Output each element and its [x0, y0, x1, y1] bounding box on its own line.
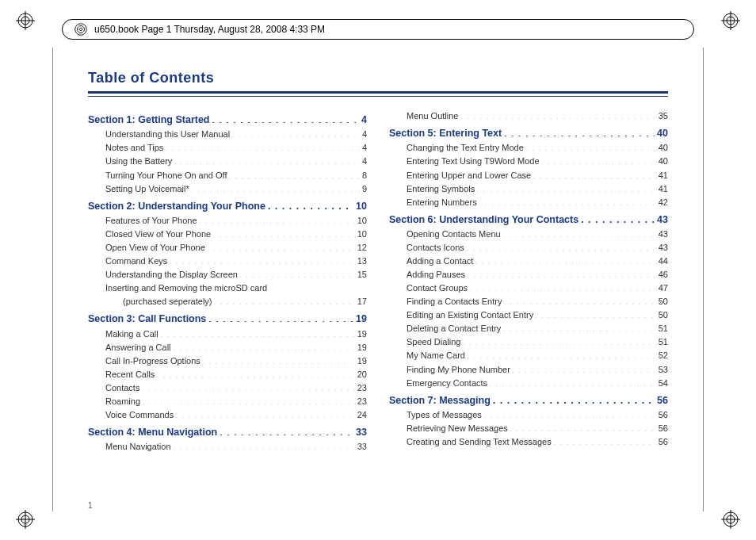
toc-entry-label: Using the Battery: [105, 155, 172, 168]
toc-entry: Voice Commands24: [88, 408, 367, 422]
toc-page-number: 56: [659, 435, 668, 449]
toc-page-number: 50: [659, 308, 668, 322]
toc-entry: Deleting a Contact Entry51: [389, 322, 668, 335]
toc-entry: Call In-Progress Options19: [88, 354, 367, 368]
toc-leader-dots: [231, 128, 361, 137]
toc-leader-dots: [466, 242, 657, 251]
toc-leader-dots: [535, 309, 657, 318]
page-content: Table of Contents Section 1: Getting Sta…: [52, 48, 704, 511]
toc-leader-dots: [165, 142, 361, 151]
toc-entry-label: Roaming: [105, 395, 140, 408]
toc-entry: Editing an Existing Contact Entry50: [389, 308, 668, 322]
toc-section-label: Section 7: Messaging: [389, 393, 491, 408]
toc-entry-label: Understanding the Display Screen: [105, 268, 238, 281]
toc-entry: Making a Call19: [88, 327, 367, 341]
page-title: Table of Contents: [88, 70, 668, 86]
toc-entry: Contacts Icons43: [389, 241, 668, 255]
toc-page-number: 20: [357, 368, 367, 381]
toc-entry: Adding Pauses46: [389, 268, 668, 281]
toc-leader-dots: [460, 110, 656, 119]
toc-leader-dots: [510, 423, 657, 431]
page-number: 1: [88, 501, 93, 510]
toc-page-number: 23: [357, 381, 367, 395]
toc-leader-dots: [541, 155, 657, 164]
toc-entry: Understanding this User Manual4: [88, 128, 367, 141]
spiral-icon: [74, 22, 88, 36]
toc-page-number: 10: [357, 214, 367, 228]
toc-entry: Using the Battery4: [88, 155, 367, 168]
toc-section-label: Section 5: Entering Text: [389, 126, 502, 141]
crop-mark-icon: [721, 11, 740, 30]
toc-entry-label: Command Keys: [105, 255, 167, 268]
toc-entry-label: Turning Your Phone On and Off: [105, 169, 227, 182]
toc-entry-label: Adding a Contact: [407, 255, 473, 268]
toc-entry-label: Making a Call: [105, 327, 158, 341]
toc-section-heading: Section 1: Getting Started4: [88, 113, 367, 128]
toc-entry-label: Finding a Contacts Entry: [407, 295, 502, 308]
toc-entry: Turning Your Phone On and Off8: [88, 169, 367, 182]
toc-entry: Finding a Contacts Entry50: [389, 295, 668, 308]
toc-page-number: 51: [659, 322, 668, 335]
toc-entry: Opening Contacts Menu43: [389, 228, 668, 241]
toc-page-number: 19: [357, 341, 367, 354]
toc-entry: Menu Outline35: [389, 109, 668, 123]
toc-section-heading: Section 2: Understanding Your Phone10: [88, 199, 367, 214]
toc-page-number: 56: [659, 408, 668, 422]
toc-entry: Answering a Call19: [88, 341, 367, 354]
toc-entry-label: Call In-Progress Options: [105, 354, 200, 368]
toc-leader-dots: [141, 382, 355, 391]
toc-leader-dots: [463, 336, 657, 345]
toc-page-number: 8: [362, 169, 367, 182]
toc-entry: Retrieving New Messages56: [389, 422, 668, 435]
toc-section-label: Section 6: Understanding Your Contacts: [389, 213, 578, 228]
toc-leader-dots: [173, 441, 356, 450]
toc-entry-label: Deleting a Contact Entry: [407, 322, 501, 335]
toc-leader-dots: [479, 197, 657, 205]
toc-entry-label: Entering Symbols: [407, 182, 475, 196]
toc-entry-label: Inserting and Removing the microSD card: [105, 281, 267, 295]
toc-leader-dots: [475, 255, 656, 264]
toc-leader-dots: [469, 282, 657, 291]
toc-entry-label: Answering a Call: [105, 341, 171, 354]
toc-entry: Entering Numbers42: [389, 196, 668, 209]
crop-mark-icon: [16, 510, 35, 529]
toc-page-number: 52: [659, 349, 668, 362]
toc-entry: Speed Dialing51: [389, 335, 668, 349]
toc-page-number: 43: [659, 241, 668, 255]
toc-page-number: 46: [659, 268, 668, 281]
toc-entry: Closed View of Your Phone10: [88, 228, 367, 241]
toc-page-number: 19: [356, 312, 367, 327]
toc-section-heading: Section 7: Messaging56: [389, 393, 668, 408]
toc-entry: Features of Your Phone10: [88, 214, 367, 228]
toc-page-number: 10: [356, 199, 367, 214]
toc-entry: Setting Up Voicemail*9: [88, 182, 367, 196]
toc-section-label: Section 2: Understanding Your Phone: [88, 199, 265, 214]
toc-section-label: Section 3: Call Functions: [88, 312, 206, 327]
toc-page-number: 33: [356, 425, 367, 440]
toc-columns: Section 1: Getting Started4Understanding…: [88, 109, 668, 454]
toc-page-number: 13: [357, 255, 367, 268]
toc-column-left: Section 1: Getting Started4Understanding…: [88, 109, 367, 454]
toc-page-number: 4: [362, 128, 367, 141]
toc-page-number: 23: [357, 395, 367, 408]
toc-leader-dots: [208, 312, 353, 323]
crop-mark-icon: [721, 510, 740, 529]
toc-page-number: 35: [659, 109, 668, 123]
toc-entry: Entering Upper and Lower Case41: [389, 169, 668, 182]
toc-entry: Command Keys13: [88, 255, 367, 268]
toc-leader-dots: [175, 409, 356, 418]
toc-entry: Menu Navigation33: [88, 440, 367, 454]
toc-entry-label: Contacts: [105, 381, 139, 395]
toc-page-number: 40: [659, 141, 668, 155]
toc-page-number: 40: [659, 155, 668, 168]
toc-entry: Recent Calls20: [88, 368, 367, 381]
toc-page-number: 56: [659, 422, 668, 435]
toc-page-number: 15: [357, 268, 367, 281]
toc-page-number: 24: [357, 408, 367, 422]
toc-entry-label: Menu Navigation: [105, 440, 171, 454]
toc-leader-dots: [191, 183, 361, 192]
toc-entry-label: Contact Groups: [407, 281, 468, 295]
toc-entry-label: Editing an Existing Contact Entry: [407, 308, 533, 322]
toc-page-number: 10: [357, 228, 367, 241]
toc-leader-dots: [268, 199, 353, 209]
